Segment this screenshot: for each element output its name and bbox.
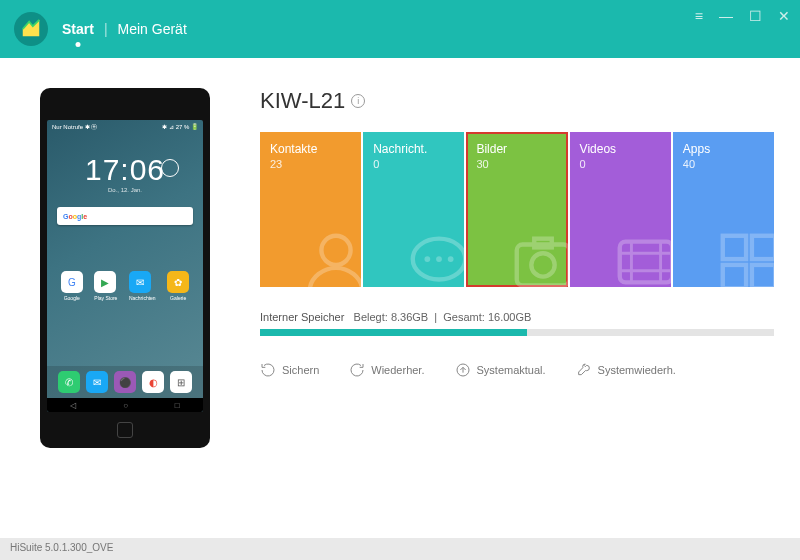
nav-start[interactable]: Start [62, 21, 94, 37]
action-system-recovery[interactable]: Systemwiederh. [576, 362, 676, 378]
svg-rect-12 [752, 265, 774, 287]
tile-messages[interactable]: Nachricht. 0 [363, 132, 464, 287]
tile-label: Bilder [476, 142, 557, 156]
phone-mockup: Nur Notrufe ✱ ⓔ ✱ ⊿ 27 % 🔋 17:06 Do., 12… [40, 88, 210, 448]
pictures-icon [508, 227, 568, 287]
svg-point-4 [448, 256, 454, 262]
action-label: Systemwiederh. [598, 364, 676, 376]
nav-tabs: Start | Mein Gerät [62, 21, 187, 37]
update-icon [455, 362, 471, 378]
phone-dock: ✆ ✉ ⚫ ◐ ⊞ [47, 366, 203, 398]
storage-used-value: 8.36GB [391, 311, 428, 323]
svg-point-3 [436, 256, 442, 262]
storage-used-label: Belegt: [354, 311, 388, 323]
maximize-button[interactable]: ☐ [749, 8, 762, 24]
svg-point-6 [531, 253, 554, 276]
tile-count: 30 [476, 158, 557, 170]
phone-google-search: Google [57, 207, 193, 225]
action-row: Sichern Wiederher. Systemaktual. Systemw… [260, 362, 774, 378]
storage-total-value: 16.00GB [488, 311, 531, 323]
svg-rect-9 [723, 236, 746, 259]
app-logo [14, 12, 48, 46]
phone-date: Do., 12. Jan. [47, 187, 203, 193]
content-area: Nur Notrufe ✱ ⓔ ✱ ⊿ 27 % 🔋 17:06 Do., 12… [0, 58, 800, 448]
tile-label: Apps [683, 142, 764, 156]
recovery-icon [576, 362, 592, 378]
svg-rect-5 [516, 245, 567, 286]
videos-icon [611, 227, 671, 287]
action-restore[interactable]: Wiederher. [349, 362, 424, 378]
title-bar: Start | Mein Gerät ≡ ― ☐ ✕ [0, 0, 800, 58]
storage-section: Interner Speicher Belegt: 8.36GB | Gesam… [260, 311, 774, 336]
tile-count: 0 [580, 158, 661, 170]
phone-nav-keys: ◁○□ [47, 398, 203, 412]
device-name: KIW-L21 [260, 88, 345, 114]
tile-apps[interactable]: Apps 40 [673, 132, 774, 287]
phone-app-row: GGoogle ▶Play Store ✉Nachrichten ✿Galeri… [47, 271, 203, 301]
phone-clock: 17:06 [47, 153, 203, 187]
storage-total-label: Gesamt: [443, 311, 485, 323]
storage-progress-fill [260, 329, 527, 336]
tile-count: 0 [373, 158, 454, 170]
phone-preview-column: Nur Notrufe ✱ ⓔ ✱ ⊿ 27 % 🔋 17:06 Do., 12… [40, 88, 230, 448]
main-column: KIW-L21 i Kontakte 23 Nachricht. 0 Bilde… [230, 88, 774, 448]
svg-rect-8 [620, 242, 671, 283]
status-bar: HiSuite 5.0.1.300_OVE [0, 538, 800, 560]
tile-label: Kontakte [270, 142, 351, 156]
action-system-update[interactable]: Systemaktual. [455, 362, 546, 378]
action-label: Sichern [282, 364, 319, 376]
backup-icon [260, 362, 276, 378]
tile-count: 40 [683, 158, 764, 170]
phone-status-bar: Nur Notrufe ✱ ⓔ ✱ ⊿ 27 % 🔋 [47, 120, 203, 135]
phone-status-right: ✱ ⊿ 27 % 🔋 [162, 123, 198, 132]
tile-label: Videos [580, 142, 661, 156]
phone-status-left: Nur Notrufe ✱ ⓔ [52, 123, 97, 132]
svg-rect-10 [752, 236, 774, 259]
tile-videos[interactable]: Videos 0 [570, 132, 671, 287]
apps-icon [714, 227, 774, 287]
svg-rect-11 [723, 265, 746, 287]
svg-point-0 [322, 236, 351, 265]
restore-icon [349, 362, 365, 378]
action-label: Wiederher. [371, 364, 424, 376]
window-controls: ≡ ― ☐ ✕ [695, 8, 790, 24]
storage-label: Interner Speicher [260, 311, 344, 323]
tile-contacts[interactable]: Kontakte 23 [260, 132, 361, 287]
action-label: Systemaktual. [477, 364, 546, 376]
tile-count: 23 [270, 158, 351, 170]
close-button[interactable]: ✕ [778, 8, 790, 24]
storage-progress [260, 329, 774, 336]
contacts-icon [301, 227, 361, 287]
minimize-button[interactable]: ― [719, 8, 733, 24]
menu-icon[interactable]: ≡ [695, 8, 703, 24]
info-icon[interactable]: i [351, 94, 365, 108]
storage-text: Interner Speicher Belegt: 8.36GB | Gesam… [260, 311, 774, 323]
version-label: HiSuite 5.0.1.300_OVE [10, 542, 113, 553]
category-tiles: Kontakte 23 Nachricht. 0 Bilder 30 Video… [260, 132, 774, 287]
action-backup[interactable]: Sichern [260, 362, 319, 378]
messages-icon [404, 227, 464, 287]
tile-label: Nachricht. [373, 142, 454, 156]
phone-screen: Nur Notrufe ✱ ⓔ ✱ ⊿ 27 % 🔋 17:06 Do., 12… [47, 120, 203, 412]
nav-my-device[interactable]: Mein Gerät [118, 21, 187, 37]
nav-separator: | [104, 21, 108, 37]
svg-point-2 [425, 256, 431, 262]
device-title-row: KIW-L21 i [260, 88, 774, 114]
tile-pictures[interactable]: Bilder 30 [466, 132, 567, 287]
